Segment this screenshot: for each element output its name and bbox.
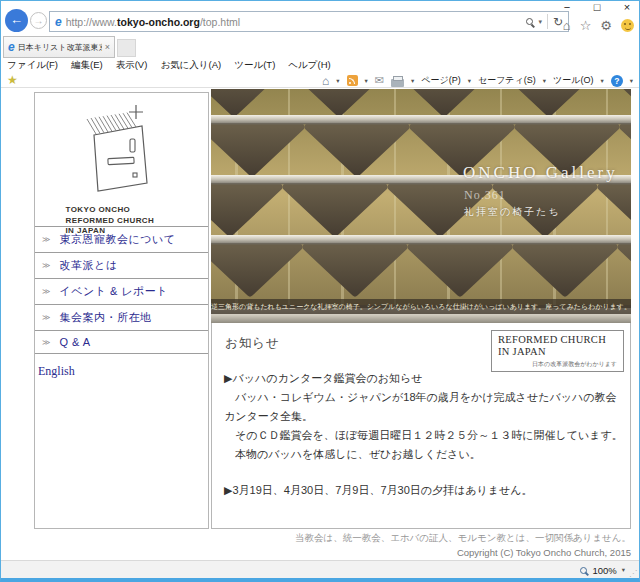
notice-evening-worship: ▶3月19日、4月30日、7月9日、7月30日の夕拝はありません。 [224, 481, 624, 500]
menu-favorites[interactable]: お気に入り(A) [160, 59, 221, 72]
url-path: /top.html [200, 16, 240, 28]
safety-menu-button[interactable]: セーフティ(S) [478, 74, 536, 87]
church-building-drawing [72, 101, 172, 199]
announcements-heading: お知らせ [225, 335, 280, 352]
chevron-double-icon: ≫ [42, 261, 50, 270]
badge-subtitle: 日本の改革派教会がわかります [498, 360, 617, 369]
sidebar-item-events[interactable]: ≫ イベント & レポート [35, 278, 208, 304]
safety-dropdown-icon[interactable]: ▾ [543, 77, 546, 85]
new-tab-button[interactable] [117, 39, 136, 57]
resize-grip[interactable]: ⋰ [629, 569, 637, 578]
divider [547, 14, 548, 29]
notice-bach-line1: バッハ・コレギウム・ジャパンが18年の歳月をかけ完成させたバッハの教会カンタータ… [224, 388, 624, 426]
notice-bach-line3: 本物のバッハを体感しに、ぜひお越しください。 [224, 445, 624, 464]
print-icon[interactable] [391, 79, 404, 87]
menu-edit[interactable]: 編集(E) [71, 59, 103, 72]
chevron-double-icon: ≫ [42, 313, 50, 322]
menu-bar: ファイル(F) 編集(E) 表示(V) お気に入り(A) ツール(T) ヘルプ(… [1, 58, 639, 73]
page-content: TOKYO ONCHO REFORMED CHURCH IN JAPAN ≫ 東… [1, 88, 639, 560]
nav-label: 改革派とは [59, 258, 117, 273]
page-menu-button[interactable]: ページ(P) [421, 74, 460, 87]
footer-disclaimer: 当教会は、統一教会、エホバの証人、モルモン教とは、一切関係ありません。 [211, 532, 631, 545]
photo-caption: 逆三角形の背もたれもユニークな礼拝室の椅子。シンプルながらいろいろな仕掛けがいっ… [211, 299, 631, 314]
chairs-photo-illustration [211, 89, 631, 323]
nav-label: Q & A [59, 336, 90, 348]
add-favorite-star-icon[interactable]: ★ [7, 73, 18, 87]
home-page-icon[interactable]: ⌂ [322, 75, 329, 87]
chevron-double-icon: ≫ [42, 287, 50, 296]
tab-tokyo-oncho[interactable]: e 日本キリスト改革派東京恩寵... × [3, 36, 115, 58]
menu-view[interactable]: 表示(V) [116, 59, 148, 72]
footer-copyright: Copyright (C) Tokyo Oncho Church, 2015 [211, 547, 631, 558]
page-footer: 当教会は、統一教会、エホバの証人、モルモン教とは、一切関係ありません。 Copy… [211, 532, 631, 558]
url-domain: tokyo-oncho.org [117, 16, 200, 28]
notice-bach-title: ▶バッハのカンタータ鑑賞会のお知らせ [224, 369, 624, 388]
maximize-button[interactable]: □ [589, 1, 605, 13]
command-bar-buttons: ⌂ ▾ ▾ ✉ ▾ ページ(P) ▾ セーフティ(S) ▾ ツール(O) ▾ ?… [322, 73, 633, 88]
sidebar-item-qa[interactable]: ≫ Q & A [35, 330, 208, 354]
address-bar-row: − □ × ← → e http://www.tokyo-oncho.org/t… [1, 1, 639, 35]
close-button[interactable]: × [619, 1, 635, 13]
zoom-dropdown-icon[interactable]: ▾ [622, 566, 625, 574]
zoom-magnifier-icon[interactable] [580, 567, 587, 574]
command-bar: ★ ⌂ ▾ ▾ ✉ ▾ ページ(P) ▾ セーフティ(S) ▾ ツール(O) ▾… [1, 73, 639, 88]
settings-gear-icon[interactable]: ⚙ [600, 18, 612, 33]
sidebar-nav: ≫ 東京恩寵教会について ≫ 改革派とは ≫ イベント & レポート ≫ 集会案… [35, 226, 208, 354]
tab-title: 日本キリスト改革派東京恩寵... [18, 42, 102, 53]
tools-menu-button[interactable]: ツール(O) [553, 74, 593, 87]
gallery-title: ONCHO Gallery [463, 163, 618, 183]
hero-photo: ONCHO Gallery No.361 礼拝室の椅子たち 逆三角形の背もたれも… [211, 89, 631, 323]
english-link[interactable]: English [38, 364, 75, 379]
url-text[interactable]: http://www.tokyo-oncho.org/top.html [66, 16, 522, 28]
tab-favicon-icon: e [8, 40, 15, 54]
feed-dropdown-icon[interactable]: ▾ [365, 77, 368, 85]
sidebar-item-reformed[interactable]: ≫ 改革派とは [35, 252, 208, 278]
nav-label: 集会案内・所在地 [59, 310, 151, 325]
sidebar-item-about[interactable]: ≫ 東京恩寵教会について [35, 226, 208, 252]
menu-tools[interactable]: ツール(T) [234, 59, 275, 72]
read-mail-icon[interactable]: ✉ [375, 74, 384, 87]
address-bar[interactable]: e http://www.tokyo-oncho.org/top.html ▾ … [49, 11, 569, 32]
menu-help[interactable]: ヘルプ(H) [288, 59, 330, 72]
feedback-smiley-icon[interactable] [621, 19, 634, 32]
refresh-icon[interactable]: ↻ [553, 15, 563, 29]
tools-dropdown-icon[interactable]: ▾ [600, 77, 603, 85]
notice-bach-line2: そのＣＤ鑑賞会を、ほぼ毎週日曜日１２時２５分～１３時に開催しています。 [224, 426, 624, 445]
url-prefix: http://www. [66, 16, 117, 28]
favorites-star-icon[interactable]: ☆ [580, 18, 592, 33]
browser-window: − □ × ← → e http://www.tokyo-oncho.org/t… [0, 0, 640, 582]
help-dropdown-icon[interactable]: ▾ [630, 77, 633, 85]
tab-row: e 日本キリスト改革派東京恩寵... × [1, 35, 639, 58]
church-logo: TOKYO ONCHO REFORMED CHURCH IN JAPAN [35, 93, 208, 226]
back-button[interactable]: ← [5, 9, 28, 32]
quick-icons: ⌂ ☆ ⚙ [563, 18, 634, 33]
address-bar-controls: ▾ ↻ [521, 14, 568, 29]
chevron-double-icon: ≫ [42, 338, 50, 347]
forward-button[interactable]: → [30, 12, 47, 29]
home-dropdown-icon[interactable]: ▾ [336, 77, 339, 85]
tab-close-icon[interactable]: × [105, 42, 110, 52]
gallery-number: No.361 [464, 188, 506, 203]
reformed-church-badge[interactable]: REFORMED CHURCH IN JAPAN 日本の改革派教会がわかります [491, 330, 624, 372]
print-dropdown-icon[interactable]: ▾ [411, 77, 414, 85]
ie-favicon-icon: e [55, 15, 62, 29]
sidebar: TOKYO ONCHO REFORMED CHURCH IN JAPAN ≫ 東… [34, 92, 209, 529]
search-icon[interactable] [526, 18, 533, 25]
window-controls: − □ × [559, 1, 635, 13]
page-dropdown-icon[interactable]: ▾ [468, 77, 471, 85]
nav-label: 東京恩寵教会について [59, 232, 175, 247]
badge-title: REFORMED CHURCH IN JAPAN [498, 334, 617, 358]
sidebar-item-meetings[interactable]: ≫ 集会案内・所在地 [35, 304, 208, 330]
zoom-level[interactable]: 100% [592, 565, 616, 576]
notice-list: ▶バッハのカンタータ鑑賞会のお知らせ バッハ・コレギウム・ジャパンが18年の歳月… [224, 369, 624, 500]
announcements-panel: お知らせ REFORMED CHURCH IN JAPAN 日本の改革派教会がわ… [211, 323, 631, 529]
menu-file[interactable]: ファイル(F) [7, 59, 58, 72]
chevron-double-icon: ≫ [42, 235, 50, 244]
home-icon[interactable]: ⌂ [563, 18, 571, 33]
status-bar: 100% ▾ ⋰ [1, 560, 639, 579]
nav-label: イベント & レポート [59, 284, 168, 299]
search-dropdown-icon[interactable]: ▾ [538, 18, 542, 26]
gallery-subtitle: 礼拝室の椅子たち [464, 205, 561, 219]
rss-feed-icon[interactable] [347, 75, 358, 86]
help-icon[interactable]: ? [611, 75, 623, 87]
